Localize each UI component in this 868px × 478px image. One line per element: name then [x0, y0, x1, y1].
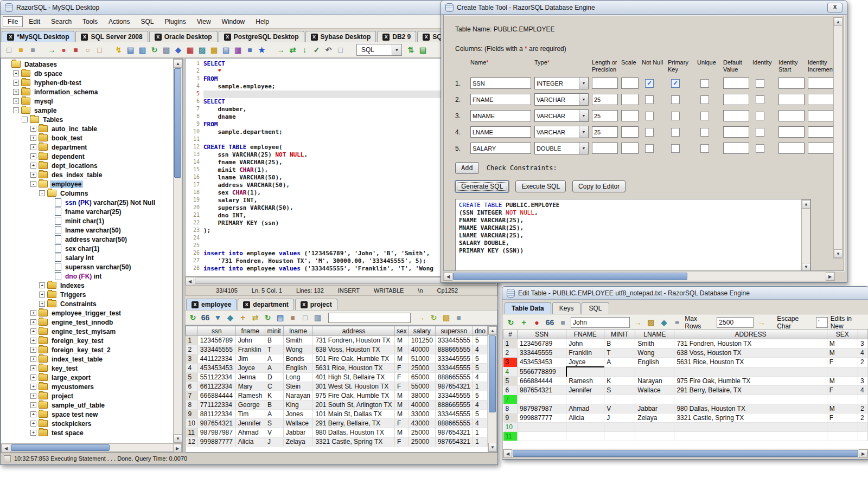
tree-item[interactable]: +stockpickers	[1, 419, 173, 428]
table-row[interactable]: 7666884444RameshKNarayan975 Fire Oak, Hu…	[186, 391, 488, 401]
cell[interactable]: 3321 Castle, Spring TX	[674, 414, 827, 423]
scrollbar-thumb[interactable]	[453, 273, 687, 280]
cell[interactable]: 2	[858, 358, 867, 367]
table-row[interactable]: 6987654321JenniferSWallace291 Berry, Bel…	[503, 386, 868, 395]
tree-item[interactable]: +department	[1, 143, 173, 152]
refresh-schema-icon[interactable]: ↻	[263, 313, 273, 323]
type-select[interactable]: INTEGER▼	[534, 77, 589, 89]
result-tab[interactable]: Xproject	[295, 299, 337, 310]
cell[interactable]: 4	[473, 401, 487, 410]
validate-check-icon[interactable]: ✓	[311, 45, 322, 55]
cell[interactable]: 661122334	[197, 382, 235, 391]
results-table[interactable]: ssnfnameminitlnameaddresssexsalarysupers…	[186, 326, 488, 447]
table-row[interactable]: 1123456789JohnBSmith731 Fondren, Houston…	[186, 336, 488, 345]
expand-icon[interactable]: +	[30, 393, 36, 399]
menu-file[interactable]: File	[3, 16, 23, 27]
column-name-input[interactable]: MNAME	[470, 110, 531, 121]
tree-item[interactable]: -Columns	[1, 189, 173, 198]
close-tab-icon[interactable]: X	[155, 34, 162, 41]
table-row[interactable]: 8771122334GeorgeBKing201 South St, Arlin…	[186, 401, 488, 410]
cell[interactable]: F	[827, 386, 858, 395]
filter-table-icon[interactable]: ▤	[221, 45, 231, 55]
scale-input[interactable]	[621, 94, 639, 105]
cell[interactable]: M	[395, 354, 409, 364]
column-header[interactable]: SSN	[518, 330, 566, 339]
not-null-checkbox[interactable]: ✓	[645, 79, 654, 88]
tree-item[interactable]: +large_export	[1, 373, 173, 382]
identity-start-input[interactable]	[778, 143, 805, 154]
copy-to-editor-button[interactable]: Copy to Editor	[572, 180, 626, 192]
table-row[interactable]: 1123456789JohnBSmith731 Fondren, Houston…	[503, 339, 868, 348]
scrollbar-thumb[interactable]	[174, 68, 181, 178]
length-input[interactable]	[592, 143, 618, 154]
cell[interactable]: 987654321	[435, 382, 473, 391]
cell[interactable]: Franklin	[235, 345, 265, 354]
not-null-checkbox[interactable]	[645, 112, 654, 120]
execute-lightning-icon[interactable]: ↯	[113, 45, 124, 55]
cell[interactable]	[858, 432, 867, 441]
cell[interactable]: 881122334	[197, 410, 235, 419]
scroll-left-icon[interactable]: ◀	[186, 277, 194, 286]
expand-icon[interactable]: +	[30, 153, 36, 159]
row-number[interactable]: 7	[503, 395, 518, 404]
edit-table-icon[interactable]: ▨	[197, 45, 207, 55]
identity-start-input[interactable]	[778, 77, 805, 89]
cell[interactable]: 888665555	[435, 345, 473, 354]
expand-icon[interactable]: +	[30, 144, 36, 150]
cell[interactable]: 38000	[409, 391, 435, 401]
cell[interactable]: Wong	[635, 348, 674, 358]
cell[interactable]: M	[395, 336, 409, 345]
tree-item[interactable]: +des_index_table	[1, 170, 173, 179]
row-number[interactable]: 1	[186, 336, 198, 345]
tree-item[interactable]: -employee	[1, 179, 173, 189]
collapse-icon[interactable]: -	[39, 190, 45, 196]
identity-increment-input[interactable]	[808, 94, 836, 105]
not-null-checkbox[interactable]	[645, 95, 654, 104]
tree-item[interactable]: +Triggers	[1, 290, 173, 299]
tree-item[interactable]: +Indexes	[1, 281, 173, 290]
cell[interactable]: John	[235, 336, 265, 345]
tree-item[interactable]: +engine_test_innodb	[1, 318, 173, 327]
unique-checkbox[interactable]	[700, 79, 709, 88]
row-number[interactable]: 9	[186, 410, 198, 419]
cell[interactable]: Stein	[283, 382, 313, 391]
identity-increment-input[interactable]	[808, 126, 836, 138]
edit-table-grid[interactable]: #SSNFNAMEMINITLNAMEADDRESSSEX1123456789J…	[503, 329, 868, 441]
expand-icon[interactable]: +	[30, 310, 36, 316]
cell[interactable]: 40000	[409, 401, 435, 410]
row-number[interactable]: 10	[186, 419, 198, 428]
cell[interactable]: 333445555	[435, 354, 473, 364]
close-tab-icon[interactable]: X	[311, 34, 318, 41]
default-value-input[interactable]	[723, 110, 749, 121]
chevron-down-icon[interactable]: ▼	[579, 94, 588, 105]
tab-keys[interactable]: Keys	[552, 302, 581, 314]
chevron-down-icon[interactable]: ▼	[392, 44, 401, 55]
table-row[interactable]: 10	[503, 423, 868, 432]
tree-item[interactable]: -sample	[1, 106, 173, 115]
cell[interactable]: 1	[473, 382, 487, 391]
cell[interactable]: 975 Fire Oak, Humble TX	[674, 377, 827, 386]
menu-plugins[interactable]: Plugins	[159, 16, 190, 27]
cell[interactable]: F	[395, 364, 409, 373]
length-input[interactable]: 25	[592, 94, 618, 105]
cell[interactable]: 999887777	[518, 414, 566, 423]
cell[interactable]: Narayan	[635, 377, 674, 386]
cell[interactable]: Jim	[235, 354, 265, 364]
menu-edit[interactable]: Edit	[24, 16, 45, 27]
expand-icon[interactable]: +	[30, 328, 36, 334]
expand-icon[interactable]: +	[30, 365, 36, 371]
cell[interactable]: Franklin	[566, 348, 604, 358]
cell[interactable]: 5	[473, 410, 487, 419]
close-tab-icon[interactable]: X	[7, 34, 14, 41]
cell[interactable]: Jennifer	[235, 419, 265, 428]
cell[interactable]: Long	[283, 373, 313, 382]
table-row[interactable]: 3441122334JimABonds501 Fire Oak, Humble …	[186, 354, 488, 364]
type-select[interactable]: VARCHAR▼	[534, 126, 589, 138]
cell[interactable]: Ramesh	[235, 391, 265, 401]
row-number[interactable]: 3	[503, 358, 518, 367]
cell[interactable]	[518, 432, 566, 441]
results-search-input[interactable]	[328, 313, 411, 323]
not-null-checkbox[interactable]	[645, 128, 654, 137]
cell[interactable]: 999887777	[197, 437, 235, 447]
tree-horizontal-scrollbar[interactable]: ◀ ▶	[1, 443, 182, 452]
